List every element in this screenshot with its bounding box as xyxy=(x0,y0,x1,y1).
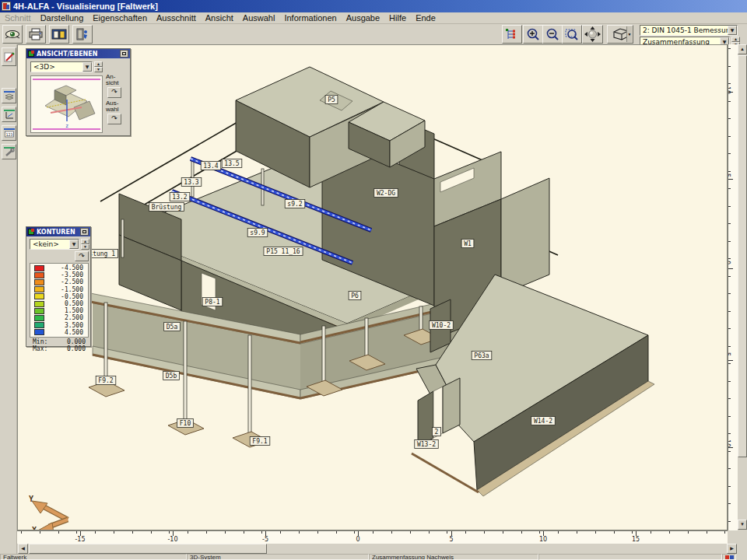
ruler-label: -10 xyxy=(167,536,177,543)
ruler-tick xyxy=(728,521,731,522)
konturen-select[interactable]: <kein> ▼ xyxy=(30,239,79,250)
ruler-tick xyxy=(728,416,731,417)
ansicht-view-select[interactable]: <3D> ▼ xyxy=(30,61,93,72)
auswahl-apply-button[interactable]: ↷ xyxy=(107,114,121,124)
levels-button[interactable] xyxy=(2,107,16,122)
thumbnail-model-icon: z xyxy=(31,76,102,132)
model-label: 2 xyxy=(435,429,439,436)
ruler-tick xyxy=(728,433,731,434)
spin-up-icon[interactable]: ▲ xyxy=(731,37,740,42)
exit-button[interactable] xyxy=(72,25,93,44)
ansicht-panel-close-button[interactable] xyxy=(120,50,128,58)
zoom-out-button[interactable] xyxy=(542,25,563,44)
scroll-right-icon[interactable]: ▶ xyxy=(727,544,737,554)
vscroll-thumb[interactable] xyxy=(738,55,747,457)
konturen-select-arrow-icon[interactable]: ▼ xyxy=(69,240,79,249)
ruler-tick xyxy=(503,531,503,534)
ruler-tick xyxy=(354,531,355,534)
model-label: W2-DG xyxy=(377,190,395,197)
design-select-arrow-icon[interactable]: ▼ xyxy=(728,26,737,35)
view-3d-box-button[interactable]: ▼ xyxy=(607,25,633,44)
menu-bar: SchnittDarstellungEigenschaftenAusschnit… xyxy=(0,12,747,24)
ansicht-select-arrow-icon[interactable]: ▼ xyxy=(82,62,92,72)
spin-down-icon[interactable]: ▼ xyxy=(94,67,103,72)
pan-arrows-icon xyxy=(584,26,601,43)
legend-color-swatch xyxy=(34,315,44,321)
legend-color-swatch xyxy=(34,272,44,278)
legend-color-swatch xyxy=(34,265,44,271)
model-label: W14-2 xyxy=(534,418,552,425)
layers-button[interactable] xyxy=(2,88,16,103)
menu-auswahl[interactable]: Auswahl xyxy=(238,13,280,23)
ansicht-spinner[interactable]: ▲ ▼ xyxy=(94,61,103,72)
design-select[interactable]: 2: DIN 1045-1 Bemessung ▼ xyxy=(640,25,738,36)
hierarchy-tree-icon xyxy=(505,28,519,40)
ruler-tick xyxy=(373,531,374,534)
ruler-label: -10 xyxy=(728,84,731,94)
min-value: 0.000 xyxy=(47,338,86,345)
model-label: P6 xyxy=(351,292,359,299)
view-thumbnail[interactable]: z xyxy=(30,75,103,133)
axis-y-label: Y xyxy=(29,495,33,503)
scroll-down-icon[interactable]: ▼ xyxy=(738,520,747,530)
konturen-panel-titlebar[interactable]: KONTUREN xyxy=(26,227,90,236)
spin-down-icon[interactable]: ▼ xyxy=(81,244,89,250)
legend-row: 4.500 xyxy=(30,329,88,336)
menu-eigenschaften[interactable]: Eigenschaften xyxy=(88,13,152,23)
legend-row: 0.500 xyxy=(30,300,88,307)
legend-value: 4.500 xyxy=(44,329,88,336)
menu-informationen[interactable]: Informationen xyxy=(279,13,341,23)
pan-control[interactable] xyxy=(582,25,603,44)
menu-ansicht[interactable]: Ansicht xyxy=(201,13,238,23)
report-book-button[interactable] xyxy=(49,25,69,44)
legend-value: 2.500 xyxy=(44,314,88,321)
ansicht-panel-titlebar[interactable]: ANSICHT/EBENEN xyxy=(26,49,130,58)
menu-hilfe[interactable]: Hilfe xyxy=(384,13,411,23)
ruler-tick xyxy=(558,531,559,534)
legend-row: -2.500 xyxy=(30,278,88,285)
ansicht-apply-button[interactable]: ↷ xyxy=(107,87,121,98)
hscroll-thumb[interactable] xyxy=(29,544,267,554)
ruler-tick xyxy=(336,531,337,534)
ruler-label: -15 xyxy=(75,536,85,543)
ruler-tick xyxy=(728,118,731,119)
model-label: W13-2 xyxy=(417,441,436,448)
legend-value: -1.500 xyxy=(44,286,88,293)
horizontal-scrollbar[interactable]: ◀ ▶ xyxy=(17,544,738,554)
spin-up-icon[interactable]: ▲ xyxy=(94,61,103,67)
view-3d-dropdown-arrow[interactable]: ▼ xyxy=(626,26,632,42)
konturen-panel-close-button[interactable] xyxy=(80,228,89,236)
ruler-tick xyxy=(299,531,300,534)
tools-button[interactable] xyxy=(2,144,16,159)
ruler-tick xyxy=(76,531,77,534)
ruler-tick xyxy=(132,531,133,534)
konturen-apply-button[interactable]: ↷ xyxy=(75,251,89,261)
tree-view-button[interactable] xyxy=(502,25,522,44)
ruler-tick xyxy=(614,531,615,534)
scroll-left-icon[interactable]: ◀ xyxy=(18,544,28,554)
menu-ausgabe[interactable]: Ausgabe xyxy=(342,13,384,23)
scroll-up-icon[interactable]: ▲ xyxy=(738,44,747,54)
ruler-label: 10 xyxy=(539,536,547,543)
edit-mode-button[interactable] xyxy=(2,47,16,66)
numbering-button[interactable]: 123 xyxy=(2,125,16,141)
ruler-tick xyxy=(521,531,522,534)
menu-ende[interactable]: Ende xyxy=(411,13,440,23)
vertical-scrollbar[interactable]: ▲ ▼ xyxy=(738,44,747,530)
menu-darstellung[interactable]: Darstellung xyxy=(36,13,89,23)
max-value: 0.000 xyxy=(47,345,86,352)
model-label: F9.1 xyxy=(252,438,267,445)
ruler-tick xyxy=(728,381,731,382)
ruler-tick xyxy=(728,503,731,504)
zoom-window-button[interactable] xyxy=(562,25,582,44)
menu-ausschnitt[interactable]: Ausschnitt xyxy=(152,13,201,23)
ruler-tick xyxy=(539,531,540,534)
view-options-button[interactable] xyxy=(2,25,23,44)
model-label: P15 11_16 xyxy=(266,248,300,255)
print-button[interactable] xyxy=(26,25,46,44)
legend-row: -0.500 xyxy=(30,293,88,300)
spin-up-icon[interactable]: ▲ xyxy=(81,239,89,244)
konturen-spinner[interactable]: ▲ ▼ xyxy=(81,239,89,250)
konturen-panel: KONTUREN <kein> ▼ ▲ ▼ ↷ -4.500-3.500-2.5… xyxy=(26,226,91,347)
zoom-in-button[interactable] xyxy=(523,25,543,44)
